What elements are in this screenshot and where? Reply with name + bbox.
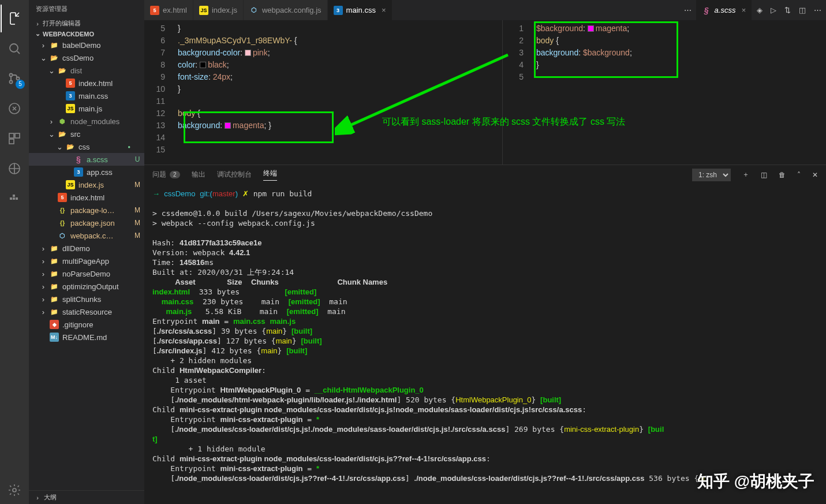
split-editor-icon[interactable]: ◫ xyxy=(799,6,806,14)
svg-rect-7 xyxy=(9,139,14,144)
compare-icon[interactable]: ◈ xyxy=(757,6,763,14)
annotation-box-right xyxy=(534,21,678,78)
activity-bar: 5 xyxy=(0,0,29,504)
more-actions-icon[interactable]: ⋯ xyxy=(814,6,821,14)
tree-item[interactable]: 3main.css xyxy=(29,89,144,102)
explorer-icon[interactable] xyxy=(1,5,28,32)
maximize-panel-icon[interactable]: ˄ xyxy=(797,171,801,179)
remote-icon[interactable] xyxy=(1,155,28,182)
editor-tab[interactable]: ⬡webpack.config.js xyxy=(244,0,328,20)
more-tabs-icon[interactable]: ⋯ xyxy=(679,0,696,20)
editor-tab[interactable]: 5ex.html xyxy=(144,0,193,20)
tabs-group-left: 5ex.htmlJSindex.js⬡webpack.config.js3mai… xyxy=(144,0,679,20)
bottom-panel: 问题2 输出 调试控制台 终端 1: zsh ＋ ◫ 🗑 ˄ ✕ → cssDe… xyxy=(144,165,826,504)
source-control-icon[interactable]: 5 xyxy=(1,65,28,92)
gutter-left: 56789101112131415 xyxy=(144,20,173,165)
extensions-icon[interactable] xyxy=(1,125,28,152)
tree-item[interactable]: ◆.gitignore xyxy=(29,318,144,331)
svg-point-13 xyxy=(13,488,16,492)
search-icon[interactable] xyxy=(1,35,28,62)
panel-tab-output[interactable]: 输出 xyxy=(192,170,205,180)
close-tab-icon[interactable]: × xyxy=(741,6,746,14)
editor-tab[interactable]: §a.scss× xyxy=(696,0,752,20)
docker-icon[interactable] xyxy=(1,185,28,212)
run-icon[interactable]: ▷ xyxy=(771,6,776,14)
annotation-text: 可以看到 sass-loader 将原来的 scss 文件转换成了 css 写法 xyxy=(382,116,625,128)
tree-item[interactable]: ›📁staticResource xyxy=(29,305,144,318)
tree-item[interactable]: ›📁multiPageApp xyxy=(29,255,144,267)
tree-item[interactable]: 5index.html xyxy=(29,77,144,89)
outline-section[interactable]: ›大纲 xyxy=(29,490,144,504)
tree-item[interactable]: ›📁noParseDemo xyxy=(29,267,144,280)
close-tab-icon[interactable]: × xyxy=(382,6,386,14)
svg-rect-10 xyxy=(13,197,15,200)
svg-point-1 xyxy=(10,74,13,77)
tree-item[interactable]: ⌄📂cssDemo xyxy=(29,51,144,64)
svg-rect-11 xyxy=(16,197,18,200)
svg-point-0 xyxy=(10,44,18,52)
editors-split: 56789101112131415 }._3mM9upASCydV1_r98EW… xyxy=(144,20,826,165)
tree-item[interactable]: ›📁babelDemo xyxy=(29,39,144,51)
tree-item[interactable]: JSindex.jsM xyxy=(29,178,144,191)
tree-item[interactable]: ›📁splitChunks xyxy=(29,293,144,305)
project-section[interactable]: ⌄WEBPACKDEMO xyxy=(29,29,144,39)
tree-item[interactable]: M↓README.md xyxy=(29,331,144,344)
split-terminal-icon[interactable]: ◫ xyxy=(761,171,767,179)
tabs-group-right: §a.scss× xyxy=(696,0,752,20)
tree-item[interactable]: {}package-lo…M xyxy=(29,204,144,216)
tree-item[interactable]: ⌄📂src xyxy=(29,128,144,140)
editor-area: 5ex.htmlJSindex.js⬡webpack.config.js3mai… xyxy=(144,0,826,504)
tree-item[interactable]: ›⬢node_modules xyxy=(29,115,144,128)
settings-gear-icon[interactable] xyxy=(1,476,28,504)
editor-actions: ◈ ▷ ⇅ ◫ ⋯ xyxy=(752,0,826,20)
tree-item[interactable]: 5index.html xyxy=(29,191,144,204)
terminal-output[interactable]: → cssDemo git:(master) ✗ npm run build >… xyxy=(144,184,826,504)
annotation-box-left xyxy=(184,111,334,143)
svg-point-2 xyxy=(10,81,13,84)
tabs-region: 5ex.htmlJSindex.js⬡webpack.config.js3mai… xyxy=(144,0,826,20)
panel-tabs: 问题2 输出 调试控制台 终端 1: zsh ＋ ◫ 🗑 ˄ ✕ xyxy=(144,165,826,184)
editor-tab[interactable]: JSindex.js xyxy=(193,0,244,20)
panel-tab-terminal[interactable]: 终端 xyxy=(263,169,277,181)
explorer-sidebar: 资源管理器 ›打开的编辑器 ⌄WEBPACKDEMO ›📁babelDemo⌄📂… xyxy=(29,0,144,504)
svg-rect-5 xyxy=(9,133,14,138)
panel-tab-problems[interactable]: 问题2 xyxy=(152,170,180,180)
file-tree: ›📁babelDemo⌄📂cssDemo⌄📂dist5index.html3ma… xyxy=(29,39,144,490)
tree-item[interactable]: ⬡webpack.c…M xyxy=(29,229,144,242)
tree-item[interactable]: 3app.css xyxy=(29,166,144,178)
tree-item[interactable]: {}package.jsonM xyxy=(29,216,144,229)
svg-rect-9 xyxy=(10,197,12,200)
new-terminal-icon[interactable]: ＋ xyxy=(742,170,749,180)
svg-rect-12 xyxy=(13,195,15,197)
open-editors-section[interactable]: ›打开的编辑器 xyxy=(29,18,144,29)
sidebar-title: 资源管理器 xyxy=(29,0,144,18)
terminal-selector[interactable]: 1: zsh xyxy=(692,169,731,181)
tree-item[interactable]: ⌄📂dist xyxy=(29,64,144,77)
tree-item[interactable]: ›📁dllDemo xyxy=(29,242,144,255)
close-panel-icon[interactable]: ✕ xyxy=(812,171,818,179)
panel-tab-debug[interactable]: 调试控制台 xyxy=(217,170,252,180)
split-icon-1[interactable]: ⇅ xyxy=(784,6,791,14)
editor-tab[interactable]: 3main.css× xyxy=(328,0,393,20)
debug-icon[interactable] xyxy=(1,95,28,122)
tree-item[interactable]: ›📁optimizingOutput xyxy=(29,280,144,293)
tree-item[interactable]: ⌄📂css● xyxy=(29,140,144,153)
kill-terminal-icon[interactable]: 🗑 xyxy=(779,171,786,179)
tree-item[interactable]: §a.scssU xyxy=(29,153,144,166)
tree-item[interactable]: JSmain.js xyxy=(29,102,144,115)
svg-rect-6 xyxy=(15,133,20,138)
editor-right-pane[interactable]: 12345 $background: magenta;body { backgr… xyxy=(503,20,826,165)
